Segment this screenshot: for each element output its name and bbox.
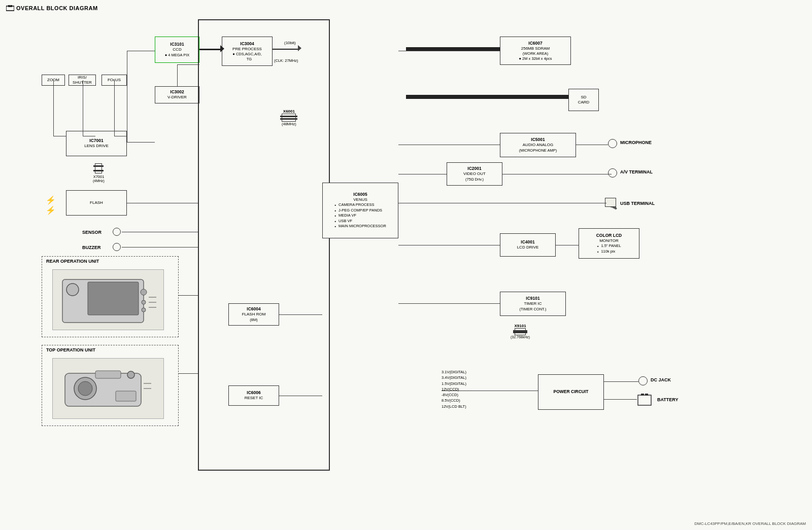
line-zoom-v (53, 80, 54, 136)
line-power (442, 391, 538, 391)
line-h3002-3101 (177, 64, 199, 65)
av-terminal-label: A/V TERMINAL (620, 169, 653, 174)
line-rear-op (179, 295, 198, 296)
line-focus-v (114, 80, 115, 136)
line-mic (576, 145, 608, 145)
svg-rect-20 (641, 394, 644, 396)
iris-shutter-block: IRIS/SHUTTER (69, 75, 96, 86)
svg-rect-19 (638, 395, 651, 405)
page-title: OVERALL BLOCK DIAGRAM (6, 5, 98, 11)
ic7001-id: IC7001 (89, 138, 103, 144)
battery-label: BATTERY (657, 397, 679, 402)
dc-jack-circle (638, 376, 648, 385)
line-to-ic9101 (398, 303, 500, 304)
svg-rect-21 (645, 394, 648, 396)
line-v7001 (127, 51, 127, 142)
x6001-component: X6001 (48MHz) (282, 109, 296, 126)
ic7001-block: IC7001 LENS DRIVE (66, 131, 127, 156)
usb-icon (605, 198, 616, 207)
ic6005-bullets: CAMERA PROCESS J-PEG COMP/EP PANDS MEDIA… (334, 202, 386, 229)
svg-point-6 (142, 308, 146, 312)
line-ccd-to-preprocess (199, 49, 222, 50)
ic3101-id: IC3101 (170, 42, 184, 47)
rear-operation-unit: REAR OPERATION UNIT (42, 256, 179, 337)
ic9101-block: IC9101 TIMER IC (TIMER CONT.) (500, 292, 566, 316)
top-op-label: TOP OPERATION UNIT (46, 347, 95, 352)
svg-point-4 (141, 289, 147, 295)
footnote: DMC-LC43PP/PM,E/BA/EN,KR OVERALL BLOCK D… (694, 521, 806, 526)
x9101-component: X9101 (32.768kHz) (511, 324, 530, 339)
rear-camera-image (52, 269, 164, 330)
microphone-label: MICROPHONE (620, 140, 652, 145)
flash-lightning2: ⚡ (46, 205, 56, 215)
ic4001-block: IC4001 LCD DRIVE (500, 233, 556, 257)
ic6004-block: IC6004 FLASH ROM (8M) (228, 303, 279, 326)
svg-rect-16 (116, 391, 136, 401)
line-iris-h (83, 136, 95, 136)
color-lcd-bullets: 1.5" PANEL 110k pix (597, 243, 621, 254)
page: OVERALL BLOCK DIAGRAM ZOOM IRIS/SHUTTER … (0, 0, 812, 530)
svg-point-5 (142, 300, 146, 304)
line-ic6004 (279, 314, 322, 315)
dc-jack-label: DC JACK (651, 377, 671, 382)
line-dc (604, 381, 638, 382)
svg-rect-14 (95, 371, 121, 378)
line-bat (604, 399, 637, 400)
line-h7001-top (127, 51, 155, 51)
ic6005-id: IC6005 (353, 192, 367, 197)
sensor-circle (113, 228, 121, 236)
ic6006-block: IC6006 RESET IC (228, 385, 279, 406)
top-camera-image (52, 358, 164, 419)
svg-point-7 (66, 284, 79, 296)
microphone-circle (608, 139, 617, 148)
line-sensor (122, 232, 198, 232)
svg-rect-3 (88, 282, 139, 315)
line-ic6006 (279, 396, 322, 396)
ic3002-id: IC3002 (170, 89, 184, 95)
line-to-ic4001 (398, 245, 500, 245)
top-operation-unit: TOP OPERATION UNIT (42, 345, 179, 426)
ic6007-block: IC6007 256MB SDRAM (WORK AREA) ● 2M x 32… (500, 37, 571, 65)
flash-lightning: ⚡ (46, 195, 56, 205)
flash-block: FLASH (66, 190, 127, 216)
line-to-ic5001 (398, 145, 500, 145)
clk-label: (CLK: 27MHz) (274, 58, 298, 63)
usb-terminal-label: USB TERMINAL (620, 201, 655, 206)
sd-card-block: SD CARD (568, 89, 599, 111)
ic3101-block: IC3101 CCD ● 4 MEGA PIX (155, 37, 199, 63)
rear-op-label: REAR OPERATION UNIT (46, 259, 99, 264)
line-v3002-3101 (177, 64, 178, 86)
flash-label: FLASH (90, 200, 103, 205)
line-av (502, 174, 612, 174)
x7001-component: X7001 (4MHz) (93, 163, 105, 183)
thick-line-sd (406, 95, 568, 99)
line-venus-ic6007 (398, 51, 500, 51)
line-iris-v (83, 80, 83, 136)
av-circle (608, 168, 617, 178)
line-to-ic2001 (398, 174, 447, 174)
line-focus-h (114, 136, 127, 136)
buzzer-circle (113, 243, 121, 251)
line-preprocess-to-main (273, 49, 299, 50)
ic5001-block: IC5001 AUDIO ANALOG (MICROPHONE AMP) (500, 133, 576, 157)
line-h7001 (127, 142, 155, 143)
line-top-op (179, 373, 198, 374)
svg-point-13 (78, 381, 92, 396)
iris-shutter-label: IRIS/SHUTTER (73, 75, 92, 85)
arrow-preprocess-main (298, 45, 304, 51)
line-zoom-h (53, 136, 66, 136)
power-inputs: 3.1V(DIGITAL) 3.4V(DIGITAL) 1.5V(DIGITAL… (442, 369, 466, 409)
line-flash-h (127, 203, 198, 203)
buzzer-label: BUZZER (82, 245, 101, 250)
battery-symbol (637, 393, 652, 408)
line-to-usb (398, 203, 606, 203)
power-circuit-block: POWER CIRCUIT (538, 374, 604, 410)
ic3002-block: IC3002 V-DRIVER (155, 86, 199, 103)
ic2001-block: IC2001 VIDEO OUT (75Ω Driv.) (447, 162, 502, 186)
svg-point-15 (127, 371, 134, 378)
color-lcd-block: COLOR LCD MONITOR 1.5" PANEL 110k pix (579, 228, 639, 259)
sensor-label: SENSOR (82, 230, 101, 235)
arrow-ccd-preprocess (220, 45, 228, 52)
line-lcd (556, 245, 579, 245)
line-buzzer (122, 247, 198, 248)
